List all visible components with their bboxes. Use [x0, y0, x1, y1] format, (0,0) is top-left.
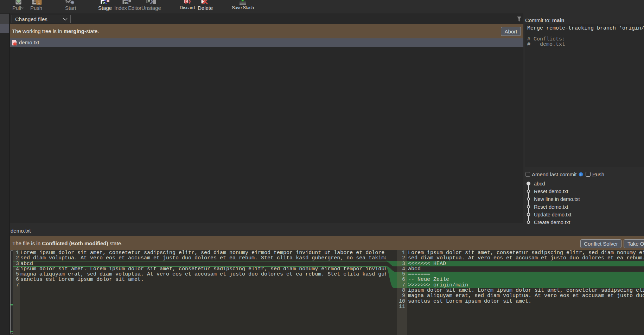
svg-text:1: 1	[38, 0, 40, 5]
